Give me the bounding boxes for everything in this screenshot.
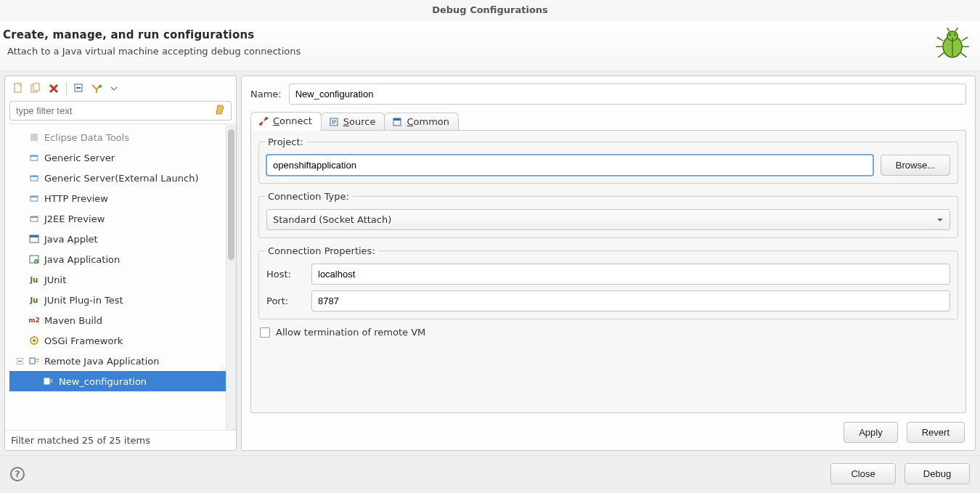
help-icon[interactable]: ? xyxy=(10,467,25,481)
svg-point-29 xyxy=(38,359,39,360)
close-button[interactable]: Close xyxy=(830,463,896,484)
revert-button[interactable]: Revert xyxy=(907,422,965,443)
tree-item[interactable]: Ju JUnit xyxy=(9,269,232,290)
svg-point-25 xyxy=(33,339,36,342)
svg-rect-13 xyxy=(30,155,38,157)
tab-label: Connect xyxy=(273,115,312,126)
delete-config-icon[interactable] xyxy=(47,82,60,95)
tree-item-label: Remote Java Application xyxy=(44,356,160,367)
server-icon xyxy=(28,192,40,204)
browse-project-button[interactable]: Browse... xyxy=(881,155,950,176)
server-icon xyxy=(28,152,40,163)
tree-item-label: JUnit xyxy=(44,274,66,285)
debug-bug-icon xyxy=(932,25,973,63)
tree-item-label: J2EE Preview xyxy=(44,213,105,224)
debug-button[interactable]: Debug xyxy=(905,463,970,484)
new-config-icon[interactable] xyxy=(12,82,25,95)
server-icon xyxy=(28,172,40,184)
connection-properties-legend: Connection Properties: xyxy=(265,245,378,256)
name-input[interactable] xyxy=(289,83,966,105)
tree-item-label: Maven Build xyxy=(44,315,102,326)
project-group: Project: Browse... xyxy=(258,137,958,184)
filter-menu-chevron-icon[interactable] xyxy=(107,82,121,95)
tree-item[interactable]: HTTP Preview xyxy=(9,188,232,208)
svg-rect-15 xyxy=(30,176,38,177)
tab-connect-body: Project: Browse... Connection Type: Stan… xyxy=(250,130,966,413)
svg-point-10 xyxy=(99,85,102,88)
svg-point-32 xyxy=(259,123,262,126)
connection-type-select[interactable]: Standard (Socket Attach) xyxy=(266,209,950,230)
connect-tab-icon xyxy=(258,116,269,126)
svg-rect-7 xyxy=(33,83,39,91)
filter-input[interactable] xyxy=(9,101,232,121)
config-editor-panel: Name: Connect Source Common xyxy=(241,76,976,451)
svg-rect-35 xyxy=(393,118,401,121)
svg-rect-11 xyxy=(30,134,38,141)
tree-scrollbar[interactable] xyxy=(226,123,236,430)
tree-item-label: HTTP Preview xyxy=(44,193,108,204)
tab-label: Source xyxy=(343,116,376,127)
tree-item[interactable]: Ju JUnit Plug-in Test xyxy=(9,290,232,310)
tree-item[interactable]: Java Application xyxy=(9,249,232,269)
port-label: Port: xyxy=(266,296,304,306)
svg-point-31 xyxy=(265,117,268,120)
tree-item-label: Java Applet xyxy=(44,234,98,245)
tree-item-label: Generic Server xyxy=(44,152,115,163)
tree-item[interactable]: m2 Maven Build xyxy=(9,310,232,330)
duplicate-config-icon[interactable] xyxy=(30,82,43,95)
scrollbar-thumb[interactable] xyxy=(228,129,234,260)
host-input[interactable] xyxy=(311,264,950,285)
maven-icon: m2 xyxy=(28,314,40,326)
svg-point-3 xyxy=(950,34,951,36)
junit-icon: Ju xyxy=(28,274,40,285)
java-app-icon xyxy=(28,253,40,265)
header-subtitle: Attach to a Java virtual machine accepti… xyxy=(3,46,301,57)
connection-type-legend: Connection Type: xyxy=(265,191,352,202)
tab-source[interactable]: Source xyxy=(321,113,385,131)
common-tab-icon xyxy=(392,117,402,127)
tree-item[interactable]: Eclipse Data Tools xyxy=(9,127,232,147)
osgi-icon xyxy=(28,335,40,346)
tree-item[interactable]: OSGi Framework xyxy=(9,330,232,351)
tree-item[interactable]: Java Applet xyxy=(9,229,232,249)
remote-java-icon xyxy=(28,355,40,367)
clear-filter-icon[interactable] xyxy=(214,104,227,117)
allow-terminate-checkbox[interactable] xyxy=(260,327,270,338)
host-label: Host: xyxy=(266,269,304,280)
tab-common[interactable]: Common xyxy=(384,113,459,131)
allow-terminate-row[interactable]: Allow termination of remote VM xyxy=(258,324,958,338)
project-input[interactable] xyxy=(266,155,873,176)
tree-item-remote-java[interactable]: Remote Java Application xyxy=(9,351,232,371)
connection-properties-group: Connection Properties: Host: Port: xyxy=(258,245,958,319)
name-label: Name: xyxy=(250,89,282,99)
config-type-icon xyxy=(28,131,40,143)
tree-item-label: OSGi Framework xyxy=(44,335,123,346)
tab-label: Common xyxy=(407,116,449,127)
tree-item-label: JUnit Plug-in Test xyxy=(44,295,123,306)
tree-toolbar xyxy=(5,76,236,101)
filter-icon[interactable] xyxy=(90,82,103,95)
tree-item[interactable]: J2EE Preview xyxy=(9,208,232,229)
svg-rect-21 xyxy=(30,235,38,237)
collapse-all-icon[interactable] xyxy=(73,82,86,95)
tree-item-label: Eclipse Data Tools xyxy=(44,132,129,143)
apply-button[interactable]: Apply xyxy=(844,422,898,443)
svg-rect-30 xyxy=(44,378,49,384)
tab-connect[interactable]: Connect xyxy=(250,112,322,131)
port-input[interactable] xyxy=(311,290,950,311)
tree-item[interactable]: Generic Server(External Launch) xyxy=(9,168,232,188)
source-tab-icon xyxy=(329,117,339,127)
applet-icon xyxy=(28,233,40,245)
junit-plugin-icon: Ju xyxy=(28,294,40,306)
tree-item[interactable]: Generic Server xyxy=(9,147,232,168)
collapse-twisty-icon[interactable] xyxy=(15,356,24,365)
allow-terminate-label: Allow termination of remote VM xyxy=(276,327,425,338)
tree-item-new-configuration[interactable]: New_configuration xyxy=(9,371,232,391)
svg-rect-19 xyxy=(30,216,38,218)
filter-status: Filter matched 25 of 25 items xyxy=(5,430,236,450)
config-tree-panel: Eclipse Data Tools Generic Server Generi… xyxy=(4,76,237,451)
header-title: Create, manage, and run configurations xyxy=(3,28,301,41)
connection-type-group: Connection Type: Standard (Socket Attach… xyxy=(258,191,958,238)
svg-rect-17 xyxy=(30,196,38,197)
svg-point-4 xyxy=(954,34,955,36)
